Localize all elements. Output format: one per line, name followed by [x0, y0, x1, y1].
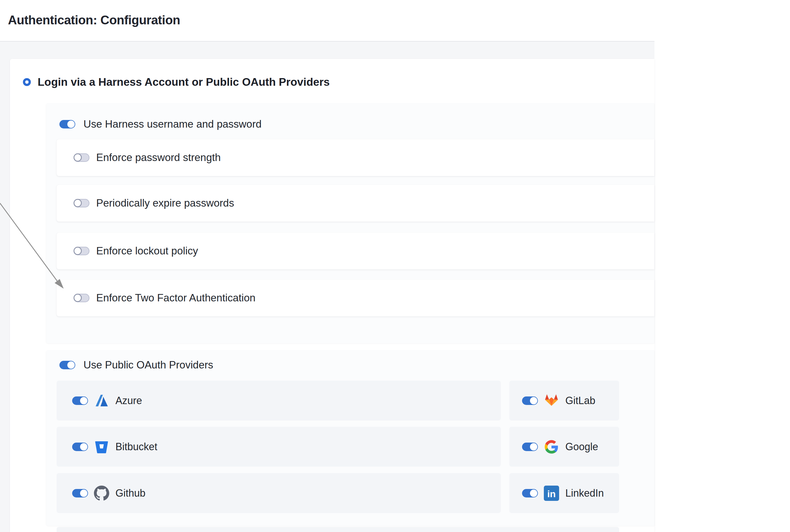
periodically-expire-passwords-row: Periodically expire passwords: [57, 185, 654, 222]
enforce-lockout-policy-label: Enforce lockout policy: [96, 245, 198, 257]
use-public-oauth-label: Use Public OAuth Providers: [83, 359, 213, 371]
provider-row-github: Github: [57, 473, 501, 513]
bitbucket-toggle[interactable]: [72, 442, 88, 451]
enforce-two-factor-label: Enforce Two Factor Authentication: [96, 292, 255, 304]
azure-toggle[interactable]: [72, 396, 88, 405]
github-toggle[interactable]: [72, 489, 88, 497]
github-icon: [94, 486, 109, 501]
enforce-lockout-policy-toggle[interactable]: [74, 247, 90, 255]
provider-label: LinkedIn: [565, 487, 604, 499]
login-method-option: Login via a Harness Account or Public OA…: [23, 76, 330, 88]
provider-row-azure: Azure: [57, 381, 501, 420]
provider-label: GitLab: [565, 395, 595, 407]
svg-text:in: in: [547, 489, 556, 499]
provider-label: Bitbucket: [115, 441, 157, 453]
enforce-two-factor-toggle[interactable]: [74, 294, 90, 302]
page-title: Authentication: Configuration: [8, 13, 180, 27]
enforce-password-strength-label: Enforce password strength: [96, 152, 221, 164]
provider-label: Github: [115, 487, 146, 499]
use-harness-password-row: Use Harness username and password: [59, 118, 262, 130]
enforce-password-strength-row: Enforce password strength: [57, 139, 654, 176]
periodically-expire-passwords-label: Periodically expire passwords: [96, 197, 234, 209]
google-icon: [544, 439, 559, 454]
provider-label: Google: [565, 441, 598, 453]
use-harness-password-toggle[interactable]: [59, 120, 75, 129]
next-card-sliver: [57, 527, 619, 532]
gitlab-toggle[interactable]: [522, 396, 538, 405]
enforce-password-strength-toggle[interactable]: [74, 153, 90, 162]
provider-row-gitlab: GitLab: [509, 381, 619, 420]
use-public-oauth-row: Use Public OAuth Providers: [59, 359, 213, 371]
provider-label: Azure: [115, 395, 142, 407]
periodically-expire-passwords-toggle[interactable]: [74, 199, 90, 207]
enforce-lockout-policy-row: Enforce lockout policy: [57, 233, 654, 269]
provider-row-google: Google: [509, 427, 619, 467]
use-harness-password-label: Use Harness username and password: [83, 118, 262, 130]
provider-row-linkedin: in LinkedIn: [509, 473, 619, 513]
azure-icon: [94, 393, 109, 408]
google-toggle[interactable]: [522, 442, 538, 451]
gitlab-icon: [544, 393, 559, 408]
login-method-label: Login via a Harness Account or Public OA…: [38, 76, 330, 88]
enforce-two-factor-row: Enforce Two Factor Authentication: [57, 280, 654, 316]
bitbucket-icon: [94, 439, 109, 454]
provider-row-bitbucket: Bitbucket: [57, 427, 501, 467]
login-method-radio[interactable]: [23, 78, 31, 86]
linkedin-toggle[interactable]: [522, 489, 538, 497]
use-public-oauth-toggle[interactable]: [59, 361, 75, 369]
linkedin-icon: in: [544, 486, 559, 501]
authentication-configuration-page: Authentication: Configuration Login via …: [0, 0, 790, 532]
